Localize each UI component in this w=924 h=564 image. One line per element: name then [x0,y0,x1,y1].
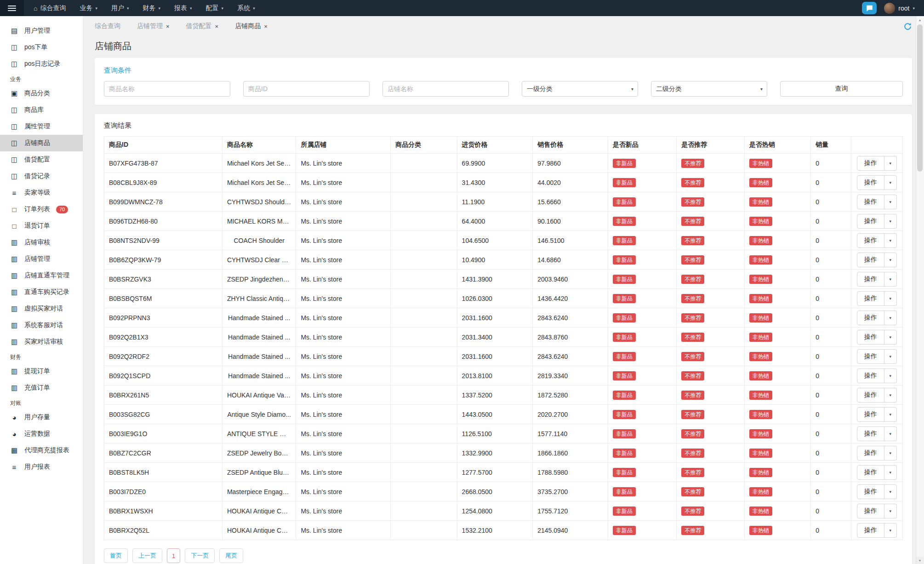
sidebar-item-shop-product[interactable]: ◫店铺商品 [0,135,83,151]
store-name-input[interactable] [382,81,509,97]
sidebar-item-user-management[interactable]: ▤用户管理 [0,23,83,39]
scrollbar-thumb[interactable] [917,24,923,172]
action-dropdown-toggle[interactable]: ▾ [884,369,896,383]
nav-item-finance[interactable]: 财务▾ [136,0,168,16]
action-button[interactable]: 操作▾ [857,311,897,325]
scrollbar-down-icon[interactable]: ▾ [916,557,924,564]
pagination-first[interactable]: 首页 [104,548,128,563]
action-dropdown-toggle[interactable]: ▾ [884,330,896,344]
action-dropdown-toggle[interactable]: ▾ [884,504,896,518]
sidebar-item-recharge-order[interactable]: ▥充值订单 [0,380,83,396]
close-icon[interactable]: × [215,23,219,29]
nav-item-business[interactable]: 业务▾ [73,0,104,16]
action-button[interactable]: 操作▾ [857,291,897,306]
action-button[interactable]: 操作▾ [857,523,897,538]
messages-button[interactable] [862,2,877,14]
action-dropdown-toggle[interactable]: ▾ [884,485,896,499]
action-dropdown-toggle[interactable]: ▾ [884,408,896,421]
action-dropdown-toggle[interactable]: ▾ [884,214,896,228]
action-button[interactable]: 操作▾ [857,368,897,383]
action-button[interactable]: 操作▾ [857,388,897,403]
category-level2-select[interactable]: 二级分类▾ [651,81,767,97]
tab-shop-product[interactable]: 店铺商品× [235,22,268,30]
close-icon[interactable]: × [264,23,268,29]
action-dropdown-toggle[interactable]: ▾ [884,388,896,402]
action-button[interactable]: 操作▾ [857,272,897,287]
action-button[interactable]: 操作▾ [857,484,897,499]
sidebar-item-seller-level[interactable]: ≡卖家等级 [0,184,83,201]
sidebar-toggle-button[interactable] [0,0,24,16]
category-level2-select-control[interactable]: 二级分类 [651,81,767,97]
scrollbar-up-icon[interactable]: ▴ [916,16,924,23]
action-button[interactable]: 操作▾ [857,175,897,190]
action-button[interactable]: 操作▾ [857,330,897,345]
action-button[interactable]: 操作▾ [857,504,897,518]
action-dropdown-toggle[interactable]: ▾ [884,156,896,170]
product-name-input[interactable] [104,81,230,97]
sidebar-item-shop-management[interactable]: ▥店铺管理 [0,251,83,267]
action-dropdown-toggle[interactable]: ▾ [884,446,896,460]
pagination-last[interactable]: 尾页 [219,548,243,563]
pagination-next[interactable]: 下一页 [185,548,215,563]
sidebar-item-loan-config[interactable]: ◫借贷配置 [0,151,83,168]
tab-overview[interactable]: 综合查询 [95,22,120,30]
sidebar-item-order-list[interactable]: □订单列表70 [0,201,83,218]
nav-item-overview[interactable]: ⌂综合查询 [27,0,73,16]
action-button[interactable]: 操作▾ [857,233,897,248]
sidebar-item-agent-report[interactable]: ▦代理商充提报表 [0,442,83,459]
action-button[interactable]: 操作▾ [857,214,897,229]
action-button[interactable]: 操作▾ [857,426,897,441]
nav-item-system[interactable]: 系统▾ [230,0,262,16]
action-dropdown-toggle[interactable]: ▾ [884,253,896,267]
action-button[interactable]: 操作▾ [857,156,897,171]
refresh-button[interactable] [903,22,912,31]
action-button[interactable]: 操作▾ [857,407,897,422]
pagination-prev[interactable]: 上一页 [132,548,162,563]
action-dropdown-toggle[interactable]: ▾ [884,311,896,325]
action-dropdown-toggle[interactable]: ▾ [884,234,896,247]
action-dropdown-toggle[interactable]: ▾ [884,292,896,305]
pagination-page-1[interactable]: 1 [167,548,180,563]
close-icon[interactable]: × [166,23,170,29]
sidebar-item-attribute-management[interactable]: ◫属性管理 [0,118,83,135]
sidebar-item-pos-log[interactable]: ◫pos日志记录 [0,56,83,72]
sidebar-item-product-library[interactable]: ◫商品库 [0,102,83,118]
tab-shop-management[interactable]: 店铺管理× [137,22,170,30]
sidebar-item-shop-review[interactable]: ▥店铺审核 [0,234,83,251]
nav-item-config[interactable]: 配置▾ [199,0,231,16]
action-button[interactable]: 操作▾ [857,349,897,364]
action-button[interactable]: 操作▾ [857,465,897,480]
sidebar-item-buyer-chat-review[interactable]: ▥买家对话审核 [0,334,83,350]
sidebar-item-withdraw-order[interactable]: ▥提现订单 [0,363,83,380]
sidebar-item-pos-order[interactable]: ◫pos下单 [0,39,83,56]
sidebar-item-shop-train-management[interactable]: ▥店铺直通车管理 [0,267,83,284]
action-button[interactable]: 操作▾ [857,195,897,209]
sidebar-item-loan-record[interactable]: ◫借贷记录 [0,168,83,184]
category-level1-select[interactable]: 一级分类▾ [522,81,638,97]
sidebar-item-product-category[interactable]: ▣商品分类 [0,85,83,102]
action-button[interactable]: 操作▾ [857,253,897,267]
sidebar-item-return-order[interactable]: □退货订单 [0,218,83,234]
sidebar-item-operation-data[interactable]: ◕运营数据 [0,426,83,442]
action-dropdown-toggle[interactable]: ▾ [884,176,896,190]
sidebar-item-train-purchase-record[interactable]: ▥直通车购买记录 [0,284,83,300]
nav-item-reports[interactable]: 报表▾ [167,0,199,16]
vertical-scrollbar[interactable]: ▴ ▾ [916,16,924,564]
nav-item-users[interactable]: 用户▾ [104,0,136,16]
sidebar-item-user-report[interactable]: ≡用户报表 [0,459,83,475]
action-dropdown-toggle[interactable]: ▾ [884,524,896,537]
action-dropdown-toggle[interactable]: ▾ [884,350,896,363]
action-dropdown-toggle[interactable]: ▾ [884,466,896,479]
tab-loan-config[interactable]: 借贷配置× [186,22,219,30]
user-menu[interactable]: root ▾ [884,3,915,14]
action-dropdown-toggle[interactable]: ▾ [884,195,896,209]
action-dropdown-toggle[interactable]: ▾ [884,427,896,441]
sidebar-item-system-service-chat[interactable]: ▥系统客服对话 [0,317,83,334]
query-button[interactable]: 查询 [780,81,903,97]
action-dropdown-toggle[interactable]: ▾ [884,272,896,286]
product-id-input[interactable] [243,81,370,97]
action-button[interactable]: 操作▾ [857,446,897,460]
sidebar-item-virtual-buyer-chat[interactable]: ▥虚拟买家对话 [0,300,83,317]
sidebar-item-user-stock[interactable]: ◕用户存量 [0,409,83,426]
category-level1-select-control[interactable]: 一级分类 [522,81,638,97]
